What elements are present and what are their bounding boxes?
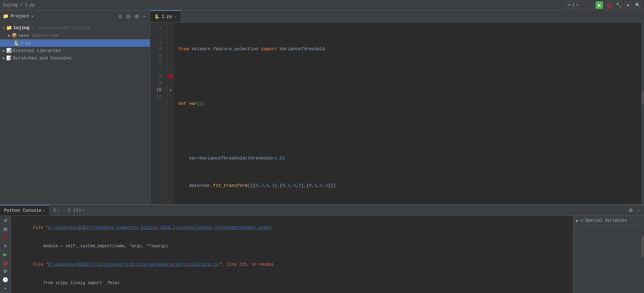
console-line-4: from scipy.linalg import _fblas bbox=[14, 274, 570, 292]
gutter-3 bbox=[167, 39, 174, 46]
code-line-4 bbox=[177, 128, 641, 135]
bottom-minimize-button[interactable]: − bbox=[636, 207, 641, 214]
bottom-scrollbar-thumb[interactable] bbox=[642, 236, 644, 257]
bottom-panel: Python Console ✕ 1 ✕ 1 (1) ✕ ⚙ − ↺ ⊞ ■ ≡… bbox=[0, 204, 644, 293]
sidebar-minimize-button[interactable]: − bbox=[142, 13, 147, 20]
run-indicator-10: ▶ bbox=[170, 88, 172, 92]
code-line-6: data=var.fit_transform([[0,2,0,3],[0,1,4… bbox=[177, 182, 641, 189]
editor-scrollbar-thumb[interactable] bbox=[642, 91, 644, 104]
line-num-6: 6 bbox=[150, 59, 164, 66]
sidebar-sync-button[interactable]: ⊙ bbox=[117, 13, 124, 20]
gutter-6 bbox=[167, 59, 174, 66]
venv-badge: library root bbox=[32, 33, 59, 38]
sidebar: 📁 Project ▾ ⊙ ⊟ ⚙ − ▾ 📁 lujing D:\dasanx… bbox=[0, 10, 150, 204]
gutter-11 bbox=[167, 94, 174, 100]
tab-python-console-close[interactable]: ✕ bbox=[43, 208, 45, 213]
breadcrumb-text: lujing / 1.py bbox=[3, 3, 35, 8]
special-variables-panel: ▶ ⊞ Special Variables bbox=[573, 216, 641, 293]
gutter-7 bbox=[167, 66, 174, 73]
project-icon: 📁 bbox=[3, 13, 9, 19]
sidebar-settings-button[interactable]: ⚙ bbox=[133, 13, 140, 20]
code-line-5: var=VarianceThreshold(threshold=1.0) bbox=[177, 155, 641, 162]
ext-icon: 📊 bbox=[6, 48, 12, 53]
title-bar: lujing / 1.py ▶ 1 ▾ ▶ 🐞 🔨 ■ 🔍 bbox=[0, 0, 644, 10]
tab-python-console[interactable]: Python Console ✕ bbox=[0, 205, 49, 215]
breakpoint-8[interactable] bbox=[169, 74, 173, 79]
sidebar-item-1py[interactable]: 🐍 1.py bbox=[0, 39, 150, 47]
tree-content: ▾ 📁 lujing D:\dasanxia\机器学习\lujing ▶ 📦 v… bbox=[0, 23, 150, 204]
sidebar-item-lujing[interactable]: ▾ 📁 lujing D:\dasanxia\机器学习\lujing bbox=[0, 24, 150, 32]
folder-icon: 📁 bbox=[6, 25, 12, 31]
run-button[interactable]: ▶ bbox=[595, 1, 603, 9]
gutter-5 bbox=[167, 53, 174, 59]
sidebar-item-external-libs[interactable]: ▶ 📊 External Libraries bbox=[0, 47, 150, 54]
special-variables-label: Special Variables bbox=[585, 218, 627, 223]
venv-expand-icon: ▶ bbox=[8, 33, 10, 38]
folder-path: D:\dasanxia\机器学习\lujing bbox=[32, 25, 90, 30]
sidebar-title-label: Project bbox=[11, 14, 29, 19]
code-line-1: from sklearn.feature_selection import Va… bbox=[177, 46, 641, 53]
build-button[interactable]: 🔨 bbox=[615, 1, 622, 9]
bottom-scrollbar[interactable] bbox=[641, 216, 644, 293]
code-editor[interactable]: from sklearn.feature_selection import Va… bbox=[174, 23, 641, 204]
sidebar-collapse-button[interactable]: ⊟ bbox=[125, 13, 132, 20]
debug-button[interactable]: 🐞 bbox=[605, 1, 613, 9]
tab-1-label: 1 bbox=[53, 208, 56, 213]
run-config-label: 1 bbox=[572, 3, 575, 8]
tab-1-close[interactable]: ✕ bbox=[57, 208, 60, 212]
run-config-dropdown-icon: ▾ bbox=[576, 2, 578, 8]
time-button[interactable]: 🕐 bbox=[1, 276, 10, 283]
tab-1py[interactable]: 🐍 1.py ✕ bbox=[150, 10, 181, 22]
stop-button[interactable]: ■ bbox=[624, 1, 632, 9]
ext-expand-icon: ▶ bbox=[3, 48, 5, 53]
file-label: 1.py bbox=[20, 41, 31, 46]
line-num-8: 8 bbox=[150, 73, 164, 80]
editor-body: 1 2 3 4 5 6 7 8 9 10 11 bbox=[150, 23, 644, 204]
breadcrumb: lujing / 1.py bbox=[3, 3, 35, 8]
editor-area: 🐍 1.py ✕ 1 2 3 4 5 6 7 8 9 10 11 bbox=[150, 10, 644, 204]
tab-1[interactable]: 1 ✕ bbox=[49, 205, 64, 215]
sidebar-item-scratches[interactable]: ▶ 📝 Scratches and Consoles bbox=[0, 54, 150, 62]
console-toolbar: ↺ ⊞ ■ ≡ ▶ 🐞 ⚙ 🕐 + bbox=[0, 216, 11, 293]
line-num-11: 11 bbox=[150, 94, 164, 100]
bottom-body: ↺ ⊞ ■ ≡ ▶ 🐞 ⚙ 🕐 + File "D:\dasanxia\机器学习… bbox=[0, 216, 644, 293]
line-numbers: 1 2 3 4 5 6 7 8 9 10 11 bbox=[150, 23, 167, 204]
execute-button[interactable]: 🐞 bbox=[1, 259, 10, 266]
console-line-3: File "D:\dasanxia\机器学习\lujing\venv\lib\s… bbox=[14, 255, 570, 274]
arrow-icon[interactable]: ▶ bbox=[576, 218, 578, 223]
run-config-icon: ▶ bbox=[568, 2, 571, 8]
editor-scrollbar[interactable] bbox=[641, 23, 644, 204]
ext-label: External Libraries bbox=[13, 48, 61, 53]
restore-layout-button[interactable]: ⊞ bbox=[1, 226, 10, 233]
tab-file-icon: 🐍 bbox=[154, 14, 160, 19]
stop-console-button[interactable]: ■ bbox=[1, 234, 10, 241]
gutter-8 bbox=[167, 73, 174, 80]
gutter-4 bbox=[167, 46, 174, 53]
add-console-button[interactable]: + bbox=[1, 284, 10, 292]
scratch-icon: 📝 bbox=[6, 55, 12, 61]
line-num-1: 1 bbox=[150, 25, 164, 32]
tab-close-button[interactable]: ✕ bbox=[174, 14, 177, 19]
tab-1-1-close[interactable]: ✕ bbox=[82, 208, 85, 212]
tab-1-1-label: 1 (1) bbox=[68, 208, 81, 213]
tab-1-1[interactable]: 1 (1) ✕ bbox=[64, 205, 89, 215]
venv-icon: 📦 bbox=[12, 33, 17, 38]
line-num-5: 5 bbox=[150, 53, 164, 59]
gutter-2 bbox=[167, 32, 174, 39]
sidebar-dropdown-icon[interactable]: ▾ bbox=[31, 14, 34, 18]
search-button[interactable]: 🔍 bbox=[634, 1, 641, 9]
grid-icon: ⊞ bbox=[580, 218, 583, 223]
scratch-expand-icon: ▶ bbox=[3, 56, 5, 60]
rerun-button[interactable]: ↺ bbox=[1, 217, 10, 224]
line-num-9: 9 bbox=[150, 80, 164, 87]
bottom-settings-button[interactable]: ⚙ bbox=[627, 207, 634, 214]
console-output[interactable]: File "D:\dasanxia\机器学习\PyCharm Community… bbox=[11, 216, 573, 293]
run-config-box[interactable]: ▶ 1 ▾ bbox=[566, 1, 593, 9]
venv-label: venv bbox=[18, 33, 29, 38]
play-console-button[interactable]: ▶ bbox=[1, 251, 10, 258]
sidebar-item-venv[interactable]: ▶ 📦 venv library root bbox=[0, 32, 150, 39]
align-button[interactable]: ≡ bbox=[1, 242, 10, 250]
bottom-settings: ⚙ − bbox=[627, 207, 644, 214]
console-line-2: module = self._system_import(name, *args… bbox=[14, 237, 570, 255]
settings-console-button[interactable]: ⚙ bbox=[1, 268, 10, 275]
